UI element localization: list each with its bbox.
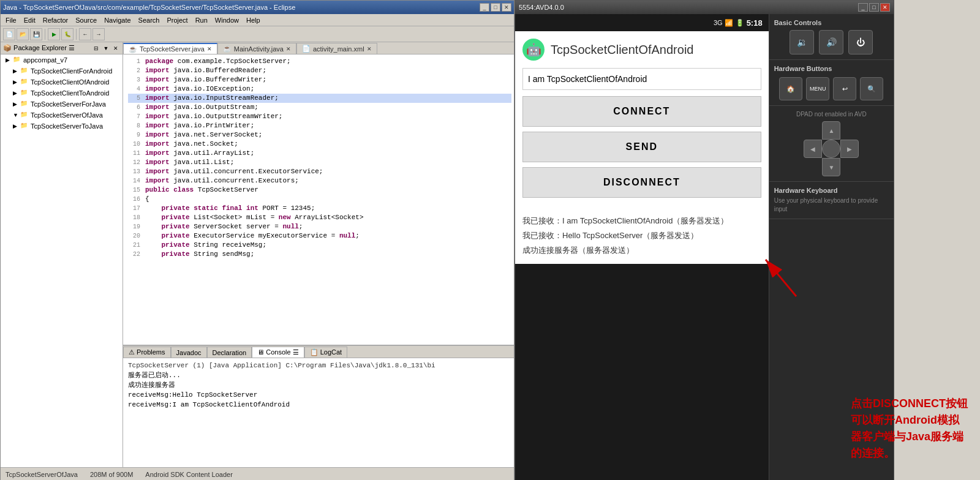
- dpad-down-button[interactable]: ▼: [822, 158, 840, 176]
- code-line-5: 5 import java.io.InputStreamReader;: [128, 94, 511, 103]
- home-button[interactable]: 🏠: [779, 77, 802, 100]
- collapse-icon[interactable]: ⊟: [92, 44, 100, 53]
- tree-item-client-for[interactable]: ▶ ▶ 📁 TcpSocketClientForAndroid: [1, 66, 123, 77]
- signal-icon: 3G 📶: [714, 19, 733, 27]
- tree-item-appcompat[interactable]: ▶ 📁 appcompat_v7: [1, 54, 123, 66]
- console-header: TcpSocketServer (1) [Java Application] C…: [128, 361, 509, 370]
- emu-close-button[interactable]: ✕: [880, 3, 890, 12]
- bottom-tabs: ⚠ Problems Javadoc Declaration 🖥 Console…: [123, 346, 514, 358]
- tab-close-3[interactable]: ✕: [367, 46, 372, 52]
- console-line-2: 成功连接服务器: [128, 380, 509, 390]
- android-logo: 🤖: [522, 39, 545, 61]
- dpad-left-button[interactable]: ◀: [804, 140, 822, 158]
- code-line-7: 7 import java.io.OutputStreamWriter;: [128, 112, 511, 121]
- menu-search[interactable]: Search: [135, 16, 164, 24]
- tab-close-2[interactable]: ✕: [286, 46, 291, 52]
- code-line-3: 3 import java.io.BufferedWriter;: [128, 75, 511, 84]
- emulator-title-text: 5554:AVD4.0.0: [519, 4, 857, 11]
- dpad-label: DPAD not enabled in AVD: [774, 111, 889, 118]
- toolbar-forward[interactable]: →: [92, 28, 105, 40]
- console-line-1: 服务器已启动...: [128, 370, 509, 380]
- toolbar-back[interactable]: ←: [79, 28, 91, 40]
- editor-area: ☕ TcpSocketServer.java ✕ ☕ MainActivity.…: [123, 42, 514, 467]
- emu-minimize-button[interactable]: _: [858, 3, 868, 12]
- time-display: 5:18: [747, 18, 763, 28]
- toolbar-open[interactable]: 📂: [17, 28, 29, 40]
- app-screen: 🤖 TcpSocketClientOfAndroid CONNECT SEND …: [515, 31, 769, 210]
- menu-project[interactable]: Project: [163, 16, 191, 24]
- android-emulator: 5554:AVD4.0.0 _ □ ✕ 3G 📶 🔋 5:18 🤖 TcpSoc…: [514, 0, 894, 480]
- menu-button[interactable]: MENU: [806, 77, 829, 100]
- toolbar-sep2: [76, 29, 77, 40]
- code-line-12: 12 import java.util.List;: [128, 158, 511, 167]
- power-button[interactable]: ⏻: [848, 30, 873, 54]
- eclipse-main: 📦 Package Explorer ☰ ⊟ ▼ ✕ ▶ 📁 appcompat…: [1, 42, 514, 467]
- dpad-right-button[interactable]: ▶: [840, 140, 859, 158]
- close-panel-icon[interactable]: ✕: [111, 44, 120, 53]
- bottom-panel: ⚠ Problems Javadoc Declaration 🖥 Console…: [123, 345, 514, 467]
- phone-screen-area: 3G 📶 🔋 5:18 🤖 TcpSocketClientOfAndroid C…: [515, 14, 769, 480]
- code-line-21: 21 private String receiveMsg;: [128, 241, 511, 250]
- volume-down-button[interactable]: 🔉: [790, 30, 814, 54]
- panel-header-icons: ⊟ ▼ ✕: [92, 44, 120, 53]
- dpad-up-button[interactable]: ▲: [822, 121, 840, 140]
- console-line-3: receiveMsg:Hello TcpSocketServer: [128, 390, 509, 400]
- code-line-19: 19 private ServerSocket server = null;: [128, 222, 511, 231]
- emu-maximize-button[interactable]: □: [869, 3, 879, 12]
- close-button[interactable]: ✕: [502, 3, 511, 12]
- toolbar-run[interactable]: ▶: [48, 28, 60, 40]
- eclipse-menu-bar: File Edit Refactor Source Navigate Searc…: [1, 14, 514, 26]
- msg-line-2: 我已接收：Hello TcpSocketServer（服务器发送）: [522, 230, 761, 242]
- code-editor[interactable]: 1 package com.example.TcpSocketServer; 2…: [123, 54, 514, 345]
- menu-window[interactable]: Window: [211, 16, 243, 24]
- menu-navigate[interactable]: Navigate: [100, 16, 134, 24]
- toolbar-debug[interactable]: 🐛: [61, 28, 74, 40]
- toolbar-save[interactable]: 💾: [30, 28, 42, 40]
- dpad-center-button[interactable]: [822, 140, 840, 158]
- tree-item-client-to[interactable]: ▶ ▶ 📁 TcpSocketClientToAndroid: [1, 88, 123, 99]
- search-ctrl-button[interactable]: 🔍: [860, 77, 883, 100]
- tab-tcp-socket-server[interactable]: ☕ TcpSocketServer.java ✕: [123, 43, 217, 54]
- package-explorer-label: 📦 Package Explorer ☰: [3, 44, 75, 52]
- menu-help[interactable]: Help: [243, 16, 264, 24]
- tab-console[interactable]: 🖥 Console ☰: [252, 347, 304, 358]
- app-header: 🤖 TcpSocketClientOfAndroid: [522, 39, 761, 61]
- code-line-6: 6 import java.io.OutputStream;: [128, 103, 511, 112]
- volume-up-button[interactable]: 🔊: [819, 30, 843, 54]
- menu-file[interactable]: File: [2, 16, 20, 24]
- tab-main-activity[interactable]: ☕ MainActivity.java ✕: [217, 43, 296, 54]
- tree-item-server-of[interactable]: ▶ ▼ 📁 TcpSocketServerOfJava: [1, 110, 123, 121]
- tree-item-server-for[interactable]: ▶ ▶ 📁 TcpSocketServerForJava: [1, 99, 123, 110]
- tab-close-1[interactable]: ✕: [207, 46, 212, 52]
- hw-keyboard-desc: Use your physical keyboard to provide in…: [774, 197, 889, 214]
- emulator-title-bar: 5554:AVD4.0.0 _ □ ✕: [515, 1, 894, 14]
- dpad-container: ▲ ▼ ◀ ▶: [774, 121, 889, 176]
- menu-refactor[interactable]: Refactor: [39, 16, 72, 24]
- menu-run[interactable]: Run: [192, 16, 211, 24]
- menu-icon[interactable]: ▼: [102, 44, 110, 53]
- code-line-22: 22 private String sendMsg;: [128, 250, 511, 259]
- minimize-button[interactable]: _: [480, 3, 489, 12]
- code-line-13: 13 import java.util.concurrent.ExecutorS…: [128, 167, 511, 176]
- disconnect-button[interactable]: DISCONNECT: [522, 167, 761, 198]
- tree-item-client-of[interactable]: ▶ ▶ 📁 TcpSocketClientOfAndroid: [1, 77, 123, 88]
- eclipse-toolbar: 📄 📂 💾 ▶ 🐛 ← →: [1, 26, 514, 42]
- message-input[interactable]: [522, 68, 761, 90]
- toolbar-new[interactable]: 📄: [3, 28, 15, 40]
- send-button[interactable]: SEND: [522, 132, 761, 162]
- tab-problems[interactable]: ⚠ Problems: [123, 347, 171, 358]
- hw-buttons-label: Hardware Buttons: [774, 65, 889, 72]
- menu-edit[interactable]: Edit: [20, 16, 39, 24]
- tab-javadoc[interactable]: Javadoc: [171, 347, 207, 358]
- code-line-18: 18 private List<Socket> mList = new Arra…: [128, 213, 511, 222]
- maximize-button[interactable]: □: [491, 3, 500, 12]
- back-button[interactable]: ↩: [833, 77, 856, 100]
- menu-source[interactable]: Source: [72, 16, 100, 24]
- tree-item-server-to[interactable]: ▶ ▶ 📁 TcpSocketServerToJava: [1, 121, 123, 132]
- tab-logcat[interactable]: 📋 LogCat: [304, 347, 348, 358]
- connect-button[interactable]: CONNECT: [522, 96, 761, 127]
- tab-activity-main-xml[interactable]: 📄 activity_main.xml ✕: [296, 43, 377, 54]
- tab-declaration[interactable]: Declaration: [207, 347, 252, 358]
- code-line-17: 17 private static final int PORT = 12345…: [128, 204, 511, 213]
- status-project: TcpSocketServerOfJava: [6, 471, 78, 478]
